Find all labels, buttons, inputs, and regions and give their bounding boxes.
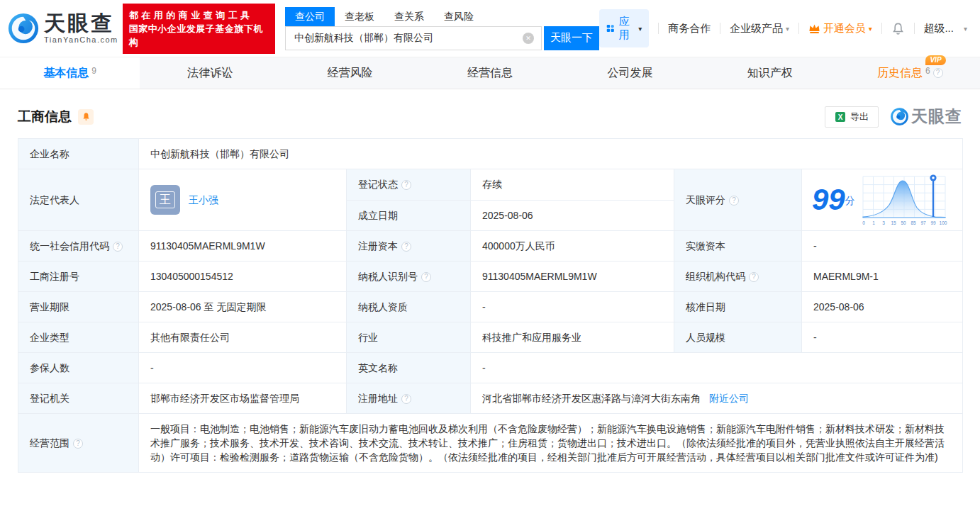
promo-line-1: 都在用的商业查询工具 xyxy=(129,9,269,22)
help-icon[interactable]: ? xyxy=(729,196,739,206)
score-value: 99 xyxy=(812,184,845,216)
svg-text:50: 50 xyxy=(901,220,906,225)
nav-apps[interactable]: 应用 ▾ xyxy=(599,9,649,47)
business-info-header: 工商信息 X 导出 xyxy=(18,89,962,138)
logo-domain-text: TianYanCha.com xyxy=(44,35,118,44)
legal-rep-avatar[interactable]: 王 xyxy=(150,185,180,215)
divider xyxy=(881,23,882,34)
tab-company-development[interactable]: 公司发展 xyxy=(560,57,700,89)
field-label: 纳税人识别号? xyxy=(347,262,471,292)
nav-enterprise-products[interactable]: 企业级产品 ▾ xyxy=(730,22,789,35)
search-tab-company[interactable]: 查公司 xyxy=(285,7,335,26)
score-cell: 99 分 xyxy=(802,169,963,231)
insured-count-value: - xyxy=(139,353,347,383)
establish-date-value: 2025-08-06 xyxy=(471,200,674,231)
svg-text:100: 100 xyxy=(939,220,947,225)
apps-grid-icon xyxy=(606,23,615,34)
field-label: 营业期限 xyxy=(18,292,139,322)
field-label: 英文名称 xyxy=(347,353,471,383)
main-content: 工商信息 X 导出 xyxy=(0,89,980,473)
score-unit: 分 xyxy=(845,193,855,216)
top-header: 天眼查 TianYanCha.com 都在用的商业查询工具 国家中小企业发展子基… xyxy=(0,0,980,57)
help-icon[interactable]: ? xyxy=(113,242,123,252)
brand-logo[interactable]: 天眼查 TianYanCha.com xyxy=(7,12,118,45)
tab-operation-info[interactable]: 经营信息 xyxy=(420,57,559,89)
tab-count: 6 xyxy=(925,66,930,76)
help-icon[interactable]: ? xyxy=(73,439,83,449)
svg-text:3: 3 xyxy=(882,220,885,225)
promo-banner: 都在用的商业查询工具 国家中小企业发展子基金旗下机构 xyxy=(123,4,275,54)
taxpayer-quality-value: - xyxy=(471,292,674,322)
search-input[interactable] xyxy=(286,27,541,50)
table-row: 企业类型 其他有限责任公司 行业 科技推广和应用服务业 人员规模 - xyxy=(18,322,963,353)
address-cell: 河北省邯郸市经济开发区惠泽路与漳河大街东南角 附近公司 xyxy=(471,383,963,414)
field-label: 注册地址? xyxy=(347,383,471,414)
excel-icon: X xyxy=(835,111,846,123)
nearby-companies-link[interactable]: 附近公司 xyxy=(709,393,749,404)
watermark-logo: 天眼查 xyxy=(890,106,962,128)
search-button[interactable]: 天眼一下 xyxy=(544,26,599,50)
help-icon[interactable]: ? xyxy=(401,180,411,190)
search-tab-risk[interactable]: 查风险 xyxy=(434,7,484,26)
address-value: 河北省邯郸市经济开发区惠泽路与漳河大街东南角 xyxy=(482,393,701,404)
section-title: 工商信息 xyxy=(18,108,72,126)
tab-operation-risk[interactable]: 经营风险 xyxy=(280,57,420,89)
tab-history-info[interactable]: VIP 历史信息 6 ? xyxy=(840,57,980,89)
monitor-bell-icon[interactable] xyxy=(78,109,94,125)
staff-size-value: - xyxy=(802,322,963,353)
help-icon[interactable]: ? xyxy=(421,272,431,282)
table-row: 工商注册号 130405000154512 纳税人识别号? 91130405MA… xyxy=(18,262,963,292)
tianyancha-watermark-icon xyxy=(890,107,909,126)
reg-capital-value: 400000万人民币 xyxy=(471,231,674,262)
divider xyxy=(914,23,915,34)
tab-legal-proceedings[interactable]: 法律诉讼 xyxy=(140,57,279,89)
field-label: 法定代表人 xyxy=(18,169,139,231)
nav-open-vip[interactable]: 开通会员 ▾ xyxy=(808,22,872,35)
field-label: 组织机构代码? xyxy=(674,262,802,292)
nav-account[interactable]: 超级... ▾ xyxy=(923,22,967,35)
nav-cooperation[interactable]: 商务合作 xyxy=(668,22,711,35)
help-icon[interactable]: ? xyxy=(933,68,943,78)
svg-text:85: 85 xyxy=(911,220,916,225)
help-icon[interactable]: ? xyxy=(749,272,759,282)
search-block: 查公司 查老板 查关系 查风险 ✕ 天眼一下 xyxy=(285,7,599,50)
export-button[interactable]: X 导出 xyxy=(825,106,879,128)
table-row: 法定代表人 王 王小强 登记状态? 存续 天眼评分 xyxy=(18,169,963,201)
company-type-value: 其他有限责任公司 xyxy=(139,322,347,353)
search-input-wrap: ✕ xyxy=(285,26,542,50)
help-icon[interactable]: ? xyxy=(401,394,411,404)
table-row: 参保人数 - 英文名称 - xyxy=(18,353,963,383)
business-scope-value: 一般项目：电池制造；电池销售；新能源汽车废旧动力蓄电池回收及梯次利用（不含危险废… xyxy=(139,414,963,473)
crown-icon xyxy=(808,23,820,34)
search-tab-relation[interactable]: 查关系 xyxy=(384,7,434,26)
table-row: 登记机关 邯郸市经济开发区市场监督管理局 注册地址? 河北省邯郸市经济开发区惠泽… xyxy=(18,383,963,414)
divider xyxy=(720,23,720,34)
org-code-value: MAERML9M-1 xyxy=(802,262,963,292)
field-label: 行业 xyxy=(347,322,471,353)
field-label: 参保人数 xyxy=(18,353,139,383)
clear-search-icon[interactable]: ✕ xyxy=(523,33,534,44)
tab-basic-info[interactable]: 基本信息 9 xyxy=(0,57,140,89)
tab-intellectual-property[interactable]: 知识产权 xyxy=(700,57,840,89)
vip-badge: VIP xyxy=(925,55,945,65)
table-row: 企业名称 中创新航科技（邯郸）有限公司 xyxy=(18,139,963,169)
field-label: 登记状态? xyxy=(347,169,471,201)
credit-code-value: 91130405MAERML9M1W xyxy=(139,231,347,262)
legal-rep-link[interactable]: 王小强 xyxy=(189,193,218,207)
svg-text:97: 97 xyxy=(920,220,926,225)
tianyancha-logo-icon xyxy=(7,12,40,45)
score-distribution-chart: 0 1 3 15 50 85 97 99 100 xyxy=(861,172,947,227)
reg-number-value: 130405000154512 xyxy=(139,262,347,292)
search-tab-boss[interactable]: 查老板 xyxy=(335,7,384,26)
watermark-brand-text: 天眼查 xyxy=(911,106,962,128)
help-icon[interactable]: ? xyxy=(401,242,411,252)
caret-down-icon: ▾ xyxy=(964,25,967,33)
company-section-tabs: 基本信息 9 法律诉讼 经营风险 经营信息 公司发展 知识产权 VIP 历史信息… xyxy=(0,57,980,89)
notification-bell-icon[interactable] xyxy=(891,22,905,35)
field-label: 天眼评分? xyxy=(674,169,802,231)
field-label: 人员规模 xyxy=(674,322,802,353)
caret-down-icon: ▾ xyxy=(869,25,872,33)
industry-value: 科技推广和应用服务业 xyxy=(471,322,674,353)
field-label: 登记机关 xyxy=(18,383,139,414)
table-row: 统一社会信用代码? 91130405MAERML9M1W 注册资本? 40000… xyxy=(18,231,963,262)
